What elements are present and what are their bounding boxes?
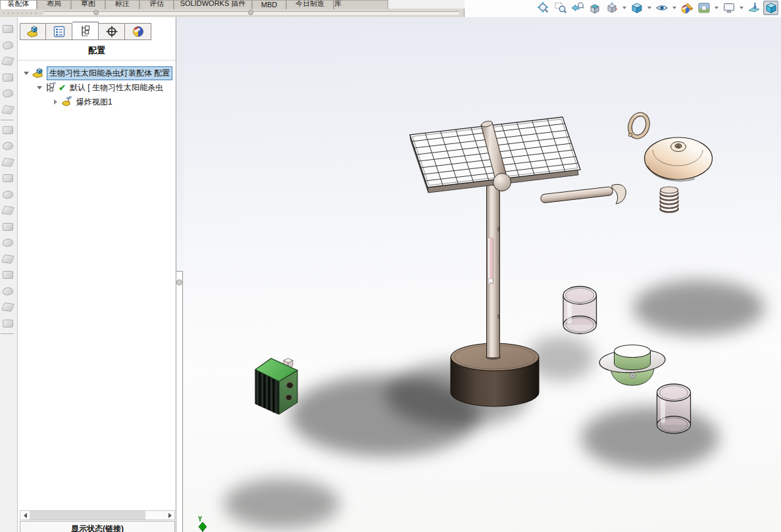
disabled-tool-3-icon[interactable] [1, 54, 15, 68]
tab-today-mfg[interactable]: 今日制造 [286, 0, 334, 9]
lamp-holder[interactable] [599, 345, 666, 386]
disabled-tool-4-icon[interactable] [1, 70, 15, 85]
view-settings-button[interactable] [721, 1, 736, 15]
toolbar-grip-icon[interactable] [1, 11, 39, 15]
scrollbar-thumb[interactable] [30, 511, 145, 520]
active-config-check-icon: ✔ [59, 83, 66, 93]
dynamic-annotation-views-dropdown[interactable] [621, 1, 627, 15]
commandmanager-handle-2[interactable] [248, 10, 253, 15]
view-orientation-dropdown[interactable] [646, 1, 652, 15]
disabled-tool-14-icon[interactable] [1, 235, 15, 250]
disabled-tool-16-icon[interactable] [1, 268, 15, 282]
configurationmanager-tab[interactable] [72, 22, 99, 40]
assembly-manager-tab[interactable] [20, 23, 46, 40]
scrollbar-left-arrow[interactable] [20, 511, 30, 520]
section-view-button[interactable] [587, 1, 602, 15]
view-orientation-button[interactable] [629, 1, 644, 15]
disabled-tool-18-icon[interactable] [1, 300, 15, 314]
hide-show-items-dropdown[interactable] [671, 1, 677, 15]
disabled-tool-5-icon[interactable] [1, 86, 15, 101]
panel-title: 配置 [18, 45, 176, 57]
disabled-tool-17-icon[interactable] [1, 284, 15, 299]
box-hole-upper [287, 382, 293, 388]
tab-annotate[interactable]: 标注 [105, 0, 139, 9]
tab-3dsource[interactable]: 3DSource零件库 [334, 0, 388, 9]
disabled-tool-10-glyph [3, 174, 13, 182]
control-box[interactable] [255, 358, 297, 414]
disabled-tool-13-icon[interactable] [1, 220, 15, 234]
disabled-tool-2-icon[interactable] [1, 38, 15, 53]
featuremanager-tab[interactable] [46, 23, 72, 40]
disabled-tool-12-icon[interactable] [1, 203, 15, 218]
tree-root-label[interactable]: 生物习性太阳能杀虫灯装配体 配置 [47, 66, 172, 80]
lamp-arm-rod[interactable] [540, 184, 626, 204]
model-canvas[interactable]: Y [184, 17, 781, 532]
tab-sketch[interactable]: 草图 [71, 0, 105, 9]
solar-panel[interactable] [410, 117, 580, 193]
dimxpertmanager-tab[interactable] [99, 23, 125, 40]
disabled-tool-1-icon[interactable] [1, 22, 15, 36]
disabled-tool-11-icon[interactable] [1, 187, 15, 202]
zoom-to-area-button[interactable] [553, 1, 568, 15]
coil-spring[interactable] [661, 187, 678, 212]
tree-exploded-label[interactable]: 爆炸视图1 [74, 96, 114, 109]
tab-mbd[interactable]: MBD [252, 0, 286, 9]
apply-scene-dropdown[interactable] [713, 1, 719, 15]
disabled-tool-7-glyph [3, 126, 13, 134]
toolbar-separator [1, 120, 14, 120]
shaded-cube-icon [765, 1, 778, 14]
panel-splitter-handle[interactable] [176, 279, 182, 285]
display-states-header[interactable]: 显示状态(链接) [20, 521, 175, 532]
hide-show-items-button[interactable] [654, 1, 669, 15]
disabled-tool-6-icon[interactable] [1, 103, 15, 117]
viewport-left-sliver [177, 17, 184, 271]
glass-tube-upper[interactable] [563, 287, 597, 334]
panel-horizontal-scrollbar [20, 510, 175, 520]
disabled-tool-15-icon[interactable] [1, 252, 15, 266]
disabled-tool-9-glyph [1, 158, 14, 167]
lamp-shade-dome[interactable] [645, 137, 713, 181]
disabled-tool-19-icon[interactable] [1, 316, 15, 331]
disabled-tool-11-glyph [2, 189, 14, 199]
tree-config-label[interactable]: 默认 [ 生物习性太阳能杀虫 [68, 82, 165, 94]
shaded-cube-view-button[interactable] [763, 1, 778, 15]
tree-row-root[interactable]: 生物习性太阳能杀虫灯装配体 配置 [18, 66, 176, 80]
tab-evaluate[interactable]: 评估 [139, 0, 174, 9]
disabled-tool-19-glyph [3, 320, 13, 327]
left-arrow-icon [24, 513, 27, 518]
disabled-tool-10-icon[interactable] [1, 171, 15, 185]
previous-view-button[interactable] [570, 1, 585, 15]
configuration-tree: 生物习性太阳能杀虫灯装配体 配置 ✔ 默认 [ 生物习性太阳能杀虫 [18, 66, 176, 109]
disabled-tool-16-glyph [3, 271, 13, 279]
dynamic-annotation-views-button[interactable] [604, 1, 619, 15]
apply-scene-button[interactable] [696, 1, 711, 15]
3d-drawing-view-button[interactable] [746, 1, 761, 15]
tree-row-exploded-view[interactable]: 爆炸视图1 [18, 95, 176, 109]
scrollbar-right-arrow[interactable] [165, 511, 174, 520]
disabled-tool-13-glyph [3, 223, 13, 231]
triad-y-label: Y [198, 516, 202, 523]
tab-layout[interactable]: 布局 [37, 0, 71, 9]
tab-solidworks-addins[interactable]: SOLIDWORKS 插件 [174, 0, 252, 9]
disabled-tool-9-icon[interactable] [1, 155, 15, 170]
glass-tube-lower[interactable] [657, 384, 691, 433]
zoom-to-fit-button[interactable] [536, 1, 551, 15]
box-hole-lower [286, 395, 291, 400]
tab-assembly[interactable]: 装配体 [0, 0, 37, 9]
mounting-ring[interactable] [625, 110, 653, 141]
panel-ball-joint[interactable] [493, 174, 511, 191]
graphics-viewport[interactable]: Y [184, 17, 781, 532]
view-settings-dropdown[interactable] [738, 1, 744, 15]
tree-row-default-config[interactable]: ✔ 默认 [ 生物习性太阳能杀虫 [18, 80, 176, 95]
headsup-view-toolbar [536, 1, 778, 15]
disabled-tool-8-icon[interactable] [1, 139, 15, 153]
lamp-pole[interactable] [487, 185, 500, 358]
expand-arrow-icon[interactable] [51, 99, 60, 105]
displaymanager-tab[interactable] [125, 23, 151, 40]
collapse-arrow-icon[interactable] [35, 86, 44, 89]
edit-appearance-button[interactable] [679, 1, 694, 15]
disabled-tool-7-icon[interactable] [1, 123, 15, 137]
commandmanager-handle[interactable] [93, 10, 99, 15]
collapse-arrow-icon[interactable] [22, 72, 31, 75]
disabled-tool-12-glyph [1, 206, 14, 215]
